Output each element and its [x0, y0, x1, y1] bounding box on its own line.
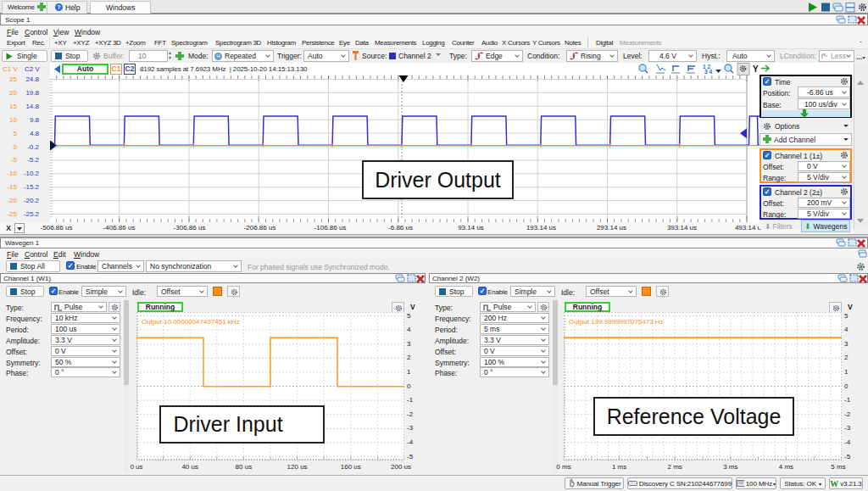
svg-text:Y: Y — [753, 64, 759, 74]
svg-text:3 4: 3 4 — [704, 69, 712, 75]
